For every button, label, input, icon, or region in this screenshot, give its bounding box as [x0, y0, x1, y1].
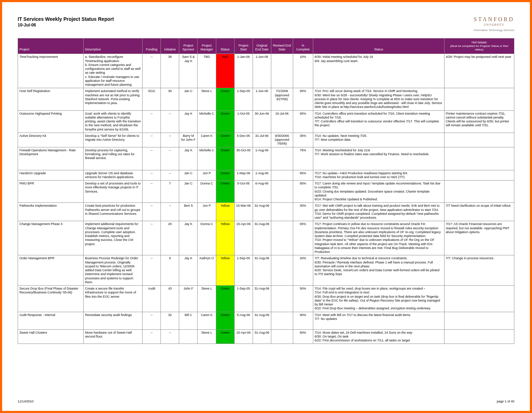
- complete-cell: 10%: [293, 54, 313, 88]
- status-cell: Green: [216, 147, 234, 170]
- description-cell: Create best practices for production Pat…: [83, 203, 142, 221]
- project-cell: Sweet Hall Clusters: [18, 329, 84, 344]
- complete-cell: 65%: [293, 221, 313, 255]
- funding-cell: --: [143, 147, 161, 170]
- table-row: Order Management BPRBusiness Process Red…: [18, 255, 514, 286]
- start-cell: 5-Dec-05: [234, 133, 253, 147]
- hot-cell: [444, 181, 514, 203]
- report-page: IT Services Weekly Project Status Report…: [2, 2, 530, 411]
- status-text-cell: 7/14: Meet with Bill on 7/17 to discuss …: [313, 312, 444, 329]
- table-body: TimeTracking Improvementa. Standardize, …: [18, 54, 514, 344]
- report-date: 10-Jul-06: [18, 23, 114, 28]
- initiative-cell: --: [161, 110, 179, 133]
- manager-cell: TBD: [198, 54, 216, 88]
- orig-end-cell: 1-Jun-06: [253, 88, 271, 110]
- table-row: Audit Response - InternalRemediate secur…: [18, 312, 514, 329]
- orig-end-cell: 31-Aug-06: [253, 255, 271, 286]
- sponsor-cell: Jan C: [179, 88, 198, 110]
- complete-cell: 35%: [293, 133, 313, 147]
- rev-end-cell: [271, 329, 293, 344]
- hot-cell: [444, 88, 514, 110]
- orig-end-cell: 31-Aug-06: [253, 203, 271, 221]
- rev-end-cell: [271, 221, 293, 255]
- col-hot-issues: Hot Issues (Must be completed for Projec…: [444, 38, 514, 54]
- status-cell: Green: [216, 181, 234, 203]
- description-cell: a. Standardize, reconfigure Timetracking…: [83, 54, 142, 88]
- col-status: Status: [216, 38, 234, 54]
- complete-cell: 75%: [293, 147, 313, 170]
- status-text-cell: 7/17: Project continues in yellow due to…: [313, 221, 444, 255]
- hot-cell: [444, 286, 514, 312]
- rev-end-cell: [271, 147, 293, 170]
- hot-cell: Printer maintenance contract expires 7/3…: [444, 110, 514, 133]
- status-text-cell: 7/14: Meeting rescheduled for July 21st …: [313, 147, 444, 170]
- orig-end-cell: 6-Aug-06: [253, 181, 271, 203]
- status-text-cell: 7/14: Move dates set, 24 Dell machines i…: [313, 329, 444, 344]
- project-cell: TimeTracking Improvement: [18, 54, 84, 88]
- col-start: Project Start: [234, 38, 253, 54]
- page-footer: 11/14/2010 page 1 of 40: [18, 400, 514, 403]
- funding-cell: Audit: [143, 286, 161, 312]
- funding-cell: --: [143, 170, 161, 181]
- complete-cell: 95%: [293, 110, 313, 133]
- status-text-cell: 7/17: No update—H&S Production readiness…: [313, 170, 444, 181]
- footer-date: 11/14/2010: [18, 400, 34, 403]
- start-cell: 1-Oct-05: [234, 110, 253, 133]
- manager-cell: Kathryn O: [198, 255, 216, 286]
- start-cell: 1-Sep-05: [234, 88, 253, 110]
- col-description: Description: [83, 38, 142, 54]
- status-cell: Green: [216, 88, 234, 110]
- funding-cell: --: [143, 312, 161, 329]
- report-title: IT Services Weekly Project Status Report: [18, 16, 114, 22]
- table-row: PMO BPRDevelop a set of processes and to…: [18, 181, 514, 203]
- status-cell: Green: [216, 110, 234, 133]
- complete-cell: 20%: [293, 255, 313, 286]
- col-status-text: Status: [313, 38, 444, 54]
- sponsor-cell: Jay K: [179, 221, 198, 255]
- table-header: Project Description Funding Initiative P…: [18, 38, 514, 54]
- table-row: Secure Drop Box (Final Phase of Disaster…: [18, 286, 514, 312]
- sponsor-cell: Sam S & Jay K: [179, 54, 198, 88]
- status-table: Project Description Funding Initiative P…: [18, 38, 514, 344]
- project-cell: Secure Drop Box (Final Phase of Disaster…: [18, 286, 84, 312]
- initiative-cell: 30: [161, 88, 179, 110]
- hot-cell: [444, 133, 514, 147]
- rev-end-cell: [271, 181, 293, 203]
- project-cell: PMO BPR: [18, 181, 84, 203]
- sponsor-cell: [179, 329, 198, 344]
- initiative-cell: --: [161, 329, 179, 344]
- description-cell: Develop a "Self Serve" kit for clients t…: [83, 133, 142, 147]
- col-rev-end: Revised End Date: [271, 38, 293, 54]
- table-row: HandsOn UpgradeUpgrade Server OS and dat…: [18, 170, 514, 181]
- start-cell: 15-Mar-06: [234, 203, 253, 221]
- description-cell: Develop process for capturing, formalizi…: [83, 147, 142, 170]
- project-cell: Outsource Highspeed Printing: [18, 110, 84, 133]
- sponsor-cell: Bert S: [179, 203, 198, 221]
- sponsor-cell: Jay K: [179, 110, 198, 133]
- funding-cell: --: [143, 255, 161, 286]
- status-text-cell: 7/14: File crypt will be used, drop boxe…: [313, 286, 444, 312]
- project-cell: Pathworks Implementation: [18, 203, 84, 221]
- orig-end-cell: 30-Jun-06: [253, 110, 271, 133]
- start-cell: 1-Jan-06: [234, 54, 253, 88]
- col-funding: Funding: [143, 38, 161, 54]
- status-cell: Yellow: [216, 221, 234, 255]
- hot-cell: 7/17: AS Oracle Financial resources are …: [444, 221, 514, 255]
- manager-cell: Jon P: [198, 170, 216, 181]
- brand-main: STANFORD: [474, 16, 514, 23]
- initiative-cell: --: [161, 170, 179, 181]
- manager-cell: Donna C: [198, 181, 216, 203]
- manager-cell: Donna C: [198, 221, 216, 255]
- complete-cell: 30%: [293, 203, 313, 221]
- manager-cell: Michelle C: [198, 147, 216, 170]
- start-cell: 5-Aug-06: [234, 312, 253, 329]
- orig-end-cell: 31-Jul-06: [253, 133, 271, 147]
- funding-cell: --: [143, 221, 161, 255]
- status-cell: Green: [216, 170, 234, 181]
- col-orig-end: Original End Date: [253, 38, 271, 54]
- col-sponsor: Project Sponsor: [179, 38, 198, 54]
- status-text-cell: 7/14: Controllers office print transitio…: [313, 110, 444, 133]
- funding-cell: --: [143, 329, 161, 344]
- start-cell: 15-Apr-06: [234, 221, 253, 255]
- rev-end-cell: [271, 203, 293, 221]
